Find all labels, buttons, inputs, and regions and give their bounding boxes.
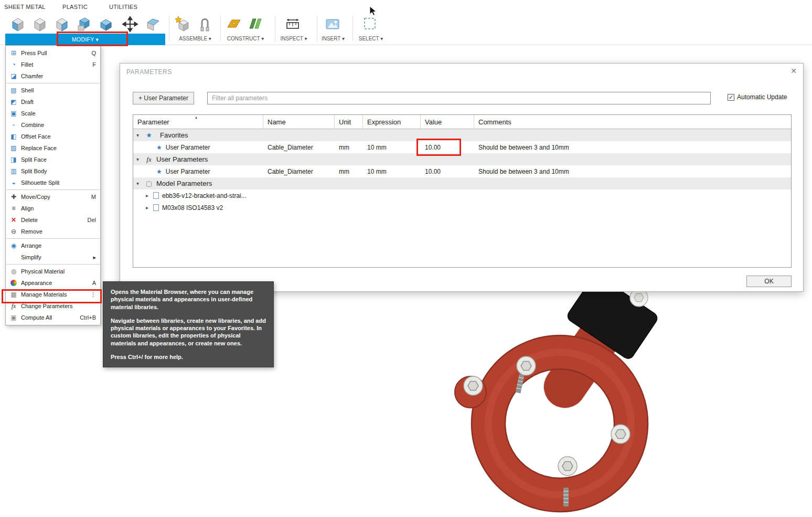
collapse-caret-icon[interactable]: ▾ [136, 181, 144, 186]
parameter-row-user[interactable]: ★User Parameter Cable_Diameter mm 10 mm … [133, 165, 791, 177]
menu-item-scale[interactable]: ▣Scale [6, 108, 100, 119]
parameter-value[interactable]: 10.00 [421, 144, 474, 151]
chamfer-icon: ◪ [9, 72, 18, 80]
menu-item-fillet[interactable]: ◔FilletF [6, 59, 100, 70]
measure-icon[interactable] [283, 15, 302, 34]
menu-item-chamfer[interactable]: ◪Chamfer [6, 70, 100, 82]
column-header-value[interactable]: Value [421, 115, 474, 129]
section-row-model-parameters[interactable]: ▾ ▢ Model Parameters [133, 177, 791, 189]
combine-tool-icon[interactable] [74, 15, 93, 34]
model-parameter-row[interactable]: ▸ M03x08 ISO14583 v2 [133, 202, 791, 214]
move-tool-icon[interactable] [121, 15, 140, 34]
construct-dropdown[interactable]: CONSTRUCT ▾ [220, 36, 271, 41]
new-component-icon[interactable] [173, 15, 192, 34]
menu-item-split-face[interactable]: ◨Split Face [6, 154, 100, 165]
tab-utilities[interactable]: UTILITIES [109, 4, 137, 10]
convert-tool-icon[interactable] [52, 15, 71, 34]
parameter-expression[interactable]: 10 mm [363, 168, 421, 175]
thicken-tool-icon[interactable] [97, 15, 115, 34]
modify-dropdown-label: MODIFY ▾ [72, 36, 99, 43]
menu-item-split-body[interactable]: ▥Split Body [6, 165, 100, 177]
menu-item-move-copy[interactable]: ✚Move/CopyM [6, 191, 100, 203]
menu-item-shell[interactable]: ▤Shell [6, 85, 100, 96]
fillet-icon: ◔ [9, 61, 18, 68]
column-header-unit[interactable]: Unit [335, 115, 363, 129]
menu-item-remove[interactable]: ⊖Remove [6, 226, 100, 237]
menu-item-silhouette-split[interactable]: ◒Silhouette Split [6, 177, 100, 188]
menu-item-combine[interactable]: ▫Combine [6, 119, 100, 131]
favorite-star-icon[interactable]: ★ [156, 168, 162, 175]
column-header-comments[interactable]: Comments [474, 115, 791, 129]
column-header-name[interactable]: Name [263, 115, 335, 129]
menu-item-align[interactable]: ≡Align [6, 203, 100, 214]
filter-parameters-input[interactable] [207, 92, 711, 104]
inspect-dropdown[interactable]: INSPECT ▾ [277, 36, 311, 41]
section-label: User Parameters [156, 155, 208, 163]
menu-item-arrange[interactable]: ◉Arrange [6, 240, 100, 251]
insert-image-icon[interactable] [323, 15, 342, 34]
favorite-star-icon[interactable]: ★ [156, 144, 162, 151]
column-header-expression[interactable]: Expression [363, 115, 421, 129]
parameter-row-favorite[interactable]: ★User Parameter Cable_Diameter mm 10 mm … [133, 141, 791, 153]
silhouette-split-icon: ◒ [9, 179, 18, 186]
flange-tool-icon[interactable] [8, 15, 27, 34]
tooltip-paragraph: Navigate between libraries, create new l… [111, 317, 266, 347]
solid-cube-tool-icon[interactable] [30, 15, 49, 34]
menu-item-draft[interactable]: ◩Draft [6, 96, 100, 108]
parameter-name: Cable_Diameter [263, 144, 335, 151]
column-header-parameter[interactable]: Parameter▴ [133, 115, 263, 129]
menu-item-label: Press Pull [21, 50, 91, 56]
menu-item-simplify[interactable]: Simplify▸ [6, 251, 100, 263]
toolbar-separator [317, 16, 317, 41]
model-parameter-row[interactable]: ▸ ebb36-v12-bracket-and-strai... [133, 189, 791, 202]
menu-item-replace-face[interactable]: ▧Replace Face [6, 142, 100, 154]
expand-caret-icon[interactable]: ▸ [146, 193, 153, 198]
joint-tool-icon[interactable] [195, 15, 214, 34]
parameter-expression[interactable]: 10 mm [363, 144, 421, 151]
insert-dropdown[interactable]: INSERT ▾ [318, 36, 348, 41]
parameter-comments[interactable]: Should be between 3 and 10mm [474, 168, 791, 175]
collapse-caret-icon[interactable]: ▾ [136, 132, 144, 138]
construct-plane-icon[interactable] [225, 15, 243, 34]
menu-item-compute-all[interactable]: ▣Compute AllCtrl+B [6, 312, 100, 323]
table-header-row: Parameter▴ Name Unit Expression Value Co… [133, 115, 791, 129]
model-row-label: M03x08 ISO14583 v2 [162, 204, 223, 212]
toolbar-separator [275, 16, 275, 41]
parameter-value[interactable]: 10.00 [421, 168, 474, 175]
construct-midplane-icon[interactable] [247, 15, 265, 34]
menu-divider [6, 83, 100, 83]
dialog-title: PARAMETERS [126, 68, 172, 76]
section-row-favorites[interactable]: ▾ ★ Favorites [133, 129, 791, 141]
add-user-parameter-button[interactable]: + User Parameter [133, 92, 194, 104]
viewport-3d[interactable] [443, 286, 679, 517]
parameter-type: User Parameter [166, 168, 210, 175]
modify-dropdown[interactable]: MODIFY ▾ [5, 34, 165, 45]
parameter-name: Cable_Diameter [263, 168, 335, 175]
select-dropdown[interactable]: SELECT ▾ [356, 36, 386, 41]
model-row-label: ebb36-v12-bracket-and-strai... [162, 192, 247, 199]
menu-item-press-pull[interactable]: ⊞Press PullQ [6, 47, 100, 59]
collapse-caret-icon[interactable]: ▾ [136, 156, 144, 162]
section-row-user-parameters[interactable]: ▾ fx User Parameters [133, 153, 791, 165]
menu-item-delete[interactable]: ✕DeleteDel [6, 214, 100, 226]
automatic-update-checkbox[interactable]: ✓ [728, 94, 734, 101]
tab-plastic[interactable]: PLASTIC [62, 4, 88, 10]
manage-materials-tooltip: Opens the Material Browser, where you ca… [103, 281, 274, 367]
expand-caret-icon[interactable]: ▸ [146, 205, 153, 210]
ok-button[interactable]: OK [746, 276, 792, 287]
menu-item-appearance[interactable]: AppearanceA [6, 277, 100, 289]
parameter-unit: mm [335, 168, 363, 175]
face-tool-icon[interactable] [144, 15, 163, 34]
menu-item-offset-face[interactable]: ◧Offset Face [6, 131, 100, 142]
parameters-dialog: PARAMETERS ✕ + User Parameter ✓ Automati… [120, 63, 804, 292]
close-icon[interactable]: ✕ [790, 67, 797, 75]
parameter-comments[interactable]: Should be between 3 and 10mm [474, 144, 791, 151]
star-icon: ★ [144, 131, 154, 139]
tab-sheet-metal[interactable]: SHEET METAL [4, 4, 46, 10]
menu-item-change-parameters[interactable]: fxChange Parameters [6, 300, 100, 312]
section-label: Model Parameters [156, 180, 212, 187]
menu-item-physical-material[interactable]: ◍Physical Material [6, 266, 100, 277]
assemble-dropdown[interactable]: ASSEMBLE ▾ [173, 36, 217, 41]
submenu-arrow-icon: ▸ [93, 254, 96, 261]
menu-item-manage-materials[interactable]: ▦Manage Materials⋮ [6, 289, 100, 300]
